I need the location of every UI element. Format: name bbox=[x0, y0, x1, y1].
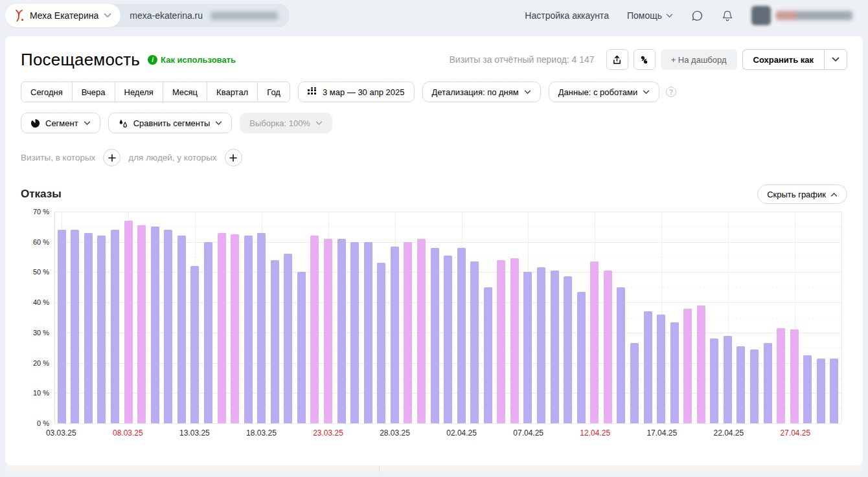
period-tab-5[interactable]: Год bbox=[257, 82, 290, 102]
drops-icon bbox=[118, 118, 128, 128]
bar-07.04.25[interactable] bbox=[523, 272, 532, 423]
notifications-bell-icon[interactable] bbox=[722, 10, 733, 22]
account-settings-link[interactable]: Настройка аккаунта bbox=[525, 10, 609, 21]
bar-14.04.25[interactable] bbox=[617, 287, 625, 423]
help-menu[interactable]: Помощь bbox=[627, 10, 673, 21]
y-axis-label: 10 % bbox=[21, 389, 49, 397]
bar-22.04.25[interactable] bbox=[724, 336, 732, 423]
x-axis-label: 02.04.25 bbox=[446, 428, 477, 438]
bar-26.04.25[interactable] bbox=[777, 328, 785, 423]
bar-28.03.25[interactable] bbox=[391, 247, 399, 423]
user-account[interactable] bbox=[751, 6, 852, 25]
bar-03.04.25[interactable] bbox=[470, 261, 479, 423]
feedback-chat-icon[interactable] bbox=[691, 10, 703, 22]
bar-05.03.25[interactable] bbox=[84, 233, 93, 423]
people-filter-label: для людей, у которых bbox=[128, 153, 216, 162]
compare-segments-button[interactable]: Сравнить сегменты bbox=[108, 113, 233, 133]
bar-01.04.25[interactable] bbox=[444, 256, 452, 423]
metric-section-title: Отказы bbox=[21, 188, 62, 201]
help-icon[interactable]: ? bbox=[666, 87, 676, 97]
column-divider bbox=[379, 465, 380, 472]
add-visit-filter-button[interactable] bbox=[103, 149, 120, 166]
bar-30.04.25[interactable] bbox=[830, 359, 838, 423]
bar-23.03.25[interactable] bbox=[324, 239, 332, 423]
bar-23.04.25[interactable] bbox=[737, 346, 745, 423]
period-tab-4[interactable]: Квартал bbox=[207, 82, 258, 102]
bar-17.04.25[interactable] bbox=[657, 315, 665, 423]
bar-24.04.25[interactable] bbox=[750, 349, 759, 423]
bar-10.04.25[interactable] bbox=[564, 276, 572, 423]
period-tab-0[interactable]: Сегодня bbox=[21, 82, 73, 102]
chevron-down-icon bbox=[832, 57, 839, 62]
bar-09.03.25[interactable] bbox=[137, 225, 146, 423]
bounce-rate-chart: 70 %60 %50 %40 %30 %20 %10 %0 % 03.03.25… bbox=[21, 212, 847, 441]
bar-29.03.25[interactable] bbox=[404, 242, 412, 423]
date-range-button[interactable]: 3 мар — 30 апр 2025 bbox=[298, 82, 415, 102]
bar-03.03.25[interactable] bbox=[58, 230, 66, 423]
period-tabs: СегодняВчераНеделяМесяцКварталГод bbox=[21, 82, 290, 102]
bar-08.03.25[interactable] bbox=[124, 221, 133, 423]
bar-13.04.25[interactable] bbox=[604, 271, 612, 423]
sampling-select[interactable]: Выборка: 100% bbox=[240, 113, 332, 133]
bar-07.03.25[interactable] bbox=[111, 230, 119, 423]
detalization-select[interactable]: Детализация: по дням bbox=[422, 82, 541, 102]
bar-13.03.25[interactable] bbox=[190, 266, 199, 423]
bar-04.04.25[interactable] bbox=[484, 287, 492, 423]
pie-chart-icon bbox=[30, 118, 40, 128]
bar-25.03.25[interactable] bbox=[350, 242, 359, 423]
how-to-use-link[interactable]: i Как использовать bbox=[148, 55, 236, 65]
export-button[interactable] bbox=[606, 49, 628, 70]
period-tab-2[interactable]: Неделя bbox=[115, 82, 163, 102]
bar-04.03.25[interactable] bbox=[71, 230, 79, 423]
bar-19.04.25[interactable] bbox=[683, 309, 692, 424]
bar-29.04.25[interactable] bbox=[817, 359, 825, 423]
bar-05.04.25[interactable] bbox=[497, 260, 505, 423]
bar-06.04.25[interactable] bbox=[510, 258, 519, 423]
hide-chart-button[interactable]: Скрыть график bbox=[757, 184, 847, 204]
x-axis-label: 28.03.25 bbox=[380, 428, 410, 438]
bar-20.04.25[interactable] bbox=[697, 305, 705, 423]
notes-button[interactable] bbox=[634, 49, 656, 70]
bar-15.04.25[interactable] bbox=[630, 343, 639, 423]
period-tab-3[interactable]: Месяц bbox=[163, 82, 207, 102]
bar-21.03.25[interactable] bbox=[297, 272, 306, 423]
segment-button[interactable]: Сегмент bbox=[21, 113, 100, 133]
bar-09.04.25[interactable] bbox=[551, 271, 559, 423]
bar-27.03.25[interactable] bbox=[377, 263, 385, 423]
bar-24.03.25[interactable] bbox=[337, 239, 346, 423]
bar-06.03.25[interactable] bbox=[97, 236, 106, 423]
bar-25.04.25[interactable] bbox=[764, 343, 772, 423]
bar-27.04.25[interactable] bbox=[790, 329, 799, 423]
bar-18.03.25[interactable] bbox=[257, 233, 266, 423]
bar-22.03.25[interactable] bbox=[310, 236, 319, 423]
bar-15.03.25[interactable] bbox=[218, 233, 226, 423]
bar-26.03.25[interactable] bbox=[364, 242, 372, 423]
data-mode-select[interactable]: Данные: с роботами bbox=[549, 82, 659, 102]
bar-30.03.25[interactable] bbox=[417, 239, 426, 423]
bar-21.04.25[interactable] bbox=[710, 338, 718, 423]
bar-11.04.25[interactable] bbox=[577, 292, 586, 423]
bar-16.04.25[interactable] bbox=[644, 311, 652, 423]
bar-11.03.25[interactable] bbox=[164, 230, 172, 423]
save-as-button[interactable]: Сохранить как bbox=[742, 49, 824, 70]
period-tab-1[interactable]: Вчера bbox=[72, 82, 115, 102]
bar-18.04.25[interactable] bbox=[670, 322, 679, 423]
bar-02.04.25[interactable] bbox=[457, 248, 466, 423]
y-axis-label: 50 % bbox=[21, 268, 49, 276]
bar-14.03.25[interactable] bbox=[204, 242, 212, 423]
bar-17.03.25[interactable] bbox=[244, 236, 253, 423]
bar-28.04.25[interactable] bbox=[803, 355, 812, 423]
bar-16.03.25[interactable] bbox=[231, 234, 239, 423]
bar-12.03.25[interactable] bbox=[177, 236, 186, 423]
bar-10.03.25[interactable] bbox=[151, 227, 159, 423]
bar-12.04.25[interactable] bbox=[590, 261, 599, 423]
bar-31.03.25[interactable] bbox=[431, 248, 439, 423]
chevron-down-icon bbox=[215, 121, 222, 126]
bar-08.04.25[interactable] bbox=[537, 267, 545, 423]
bar-19.03.25[interactable] bbox=[271, 260, 279, 423]
bar-20.03.25[interactable] bbox=[284, 254, 292, 423]
save-as-caret-button[interactable] bbox=[824, 49, 847, 70]
add-to-dashboard-button[interactable]: + На дашборд bbox=[661, 49, 737, 70]
add-people-filter-button[interactable] bbox=[225, 149, 242, 166]
counter-switcher[interactable]: Меха Екатерина bbox=[5, 4, 120, 27]
